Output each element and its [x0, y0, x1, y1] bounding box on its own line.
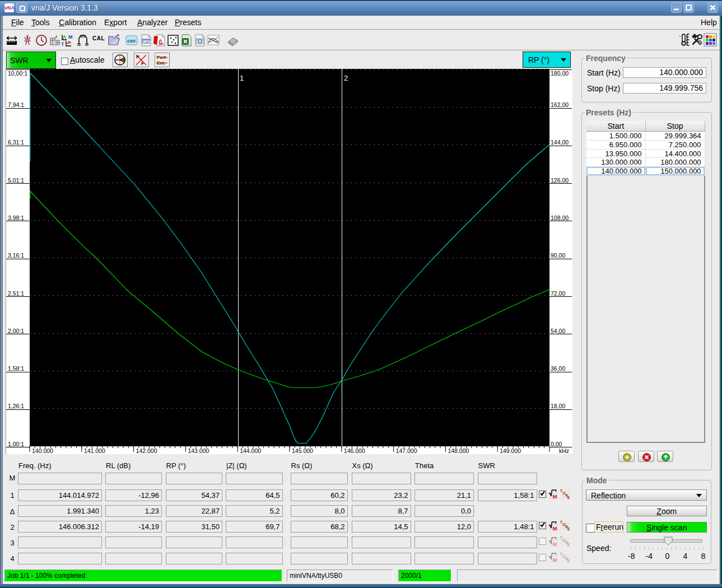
- svg-text:147.000: 147.000: [396, 447, 417, 454]
- svg-text:162,00: 162,00: [551, 101, 569, 108]
- svg-text:142.000: 142.000: [136, 447, 157, 454]
- svg-text:180,00: 180,00: [551, 70, 569, 77]
- svg-text:T: T: [560, 520, 562, 524]
- svg-text:144.000: 144.000: [240, 447, 261, 454]
- svg-text:T: T: [61, 41, 64, 47]
- svg-text:E: E: [567, 543, 570, 547]
- svg-text:10,00:1: 10,00:1: [8, 70, 27, 77]
- svg-text:5,01:1: 5,01:1: [8, 177, 24, 184]
- svg-text:36,00: 36,00: [551, 365, 565, 372]
- svg-text:108,00: 108,00: [551, 214, 569, 221]
- svg-text:T: T: [560, 536, 562, 540]
- svg-text:90,00: 90,00: [551, 252, 565, 259]
- svg-text:1,26:1: 1,26:1: [8, 403, 24, 409]
- svg-text:149.000: 149.000: [500, 447, 521, 454]
- svg-text:0,00: 0,00: [551, 441, 562, 447]
- svg-text:E: E: [567, 496, 570, 500]
- svg-text:M: M: [553, 557, 557, 563]
- svg-text:6,31:1: 6,31:1: [8, 139, 24, 146]
- svg-text:7,94:1: 7,94:1: [8, 101, 24, 108]
- svg-text:148.000: 148.000: [448, 447, 469, 454]
- svg-text:csv: csv: [127, 38, 136, 44]
- svg-text:140.000: 140.000: [32, 447, 53, 454]
- svg-text:E: E: [567, 559, 570, 563]
- svg-text:T: T: [560, 489, 562, 493]
- svg-text:146.000: 146.000: [344, 447, 365, 454]
- svg-text:M: M: [553, 493, 557, 500]
- svg-text:144,00: 144,00: [551, 139, 569, 146]
- svg-text:E: E: [567, 527, 570, 531]
- svg-text:145.000: 145.000: [292, 447, 313, 454]
- svg-text:kHz: kHz: [559, 447, 569, 454]
- svg-text:143.000: 143.000: [188, 447, 209, 454]
- svg-text:18,00: 18,00: [551, 403, 565, 409]
- svg-text:1: 1: [240, 74, 244, 82]
- svg-text:M: M: [553, 525, 557, 531]
- svg-text:1,58:1: 1,58:1: [8, 365, 24, 372]
- svg-text:2,00:1: 2,00:1: [8, 328, 24, 334]
- svg-text:M: M: [553, 541, 557, 547]
- svg-text:2: 2: [344, 74, 348, 82]
- svg-text:1,00:1: 1,00:1: [8, 441, 24, 447]
- svg-text:M: M: [68, 34, 73, 40]
- svg-text:3,98:1: 3,98:1: [8, 214, 24, 221]
- svg-text:54,00: 54,00: [551, 328, 565, 334]
- svg-text:3,16:1: 3,16:1: [8, 252, 24, 259]
- svg-text:72,00: 72,00: [551, 290, 565, 297]
- svg-text:JPG: JPG: [142, 39, 151, 44]
- svg-text:126,00: 126,00: [551, 177, 569, 184]
- svg-text:2,51:1: 2,51:1: [8, 290, 24, 297]
- svg-text:141.000: 141.000: [84, 447, 105, 454]
- svg-text:T: T: [560, 552, 562, 556]
